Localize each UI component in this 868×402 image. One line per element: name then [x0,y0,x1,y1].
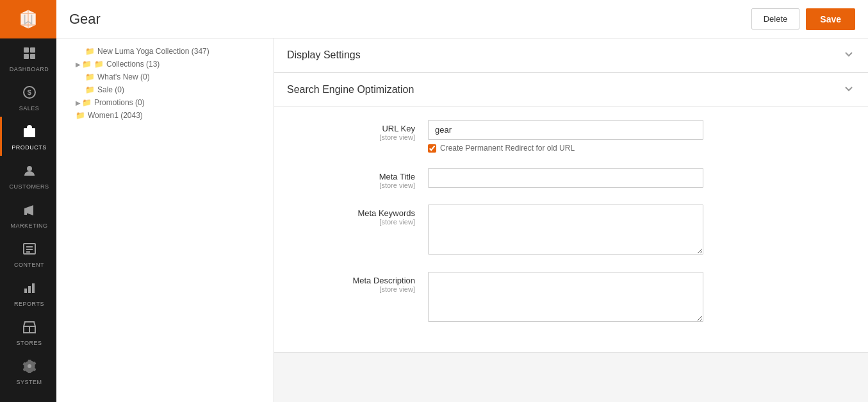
sidebar: DASHBOARD $ SALES PRODUCTS CUSTOMERS MAR… [0,0,56,402]
sidebar-item-label: CONTENT [14,262,44,268]
sidebar-item-content[interactable]: CONTENT [0,234,56,273]
expand-icon: ▶ [76,61,81,68]
main-area: Gear Delete Save 📁 New Luma Yoga Collect… [56,0,868,402]
magento-logo[interactable] [0,0,56,38]
url-key-row: URL Key [store view] Create Permanent Re… [287,120,855,153]
content-icon [22,242,37,259]
meta-keywords-label-group: Meta Keywords [store view] [287,205,428,226]
folder-icon: 📁 [82,60,92,69]
tree-item-label: Women1 (2043) [88,111,143,120]
svg-rect-15 [32,283,35,293]
url-key-label: URL Key [287,124,415,133]
tree-item[interactable]: 📁 New Luma Yoga Collection (347) [56,45,274,58]
svg-rect-2 [24,54,29,59]
top-header: Gear Delete Save [56,0,868,38]
sidebar-item-system[interactable]: SYSTEM [0,351,56,390]
category-tree-panel: 📁 New Luma Yoga Collection (347) ▶ 📁 📁 C… [56,38,274,402]
svg-rect-3 [30,54,35,59]
svg-rect-13 [24,289,27,293]
folder-icon2: 📁 [94,60,104,69]
display-settings-header[interactable]: Display Settings [274,38,868,72]
sidebar-item-label: SYSTEM [16,379,42,385]
display-settings-section: Display Settings [274,38,868,73]
meta-description-label: Meta Description [287,276,415,285]
svg-rect-0 [24,47,29,53]
products-icon [22,124,37,142]
meta-description-textarea[interactable] [428,272,703,322]
url-key-control-group: Create Permanent Redirect for old URL [428,120,855,153]
system-icon [22,359,37,376]
tree-item[interactable]: 📁 Women1 (2043) [56,109,274,122]
url-key-input[interactable] [428,120,703,140]
svg-rect-8 [24,212,27,215]
svg-text:$: $ [27,88,31,96]
meta-title-input[interactable] [428,168,703,188]
page-title: Gear [69,11,101,28]
sidebar-item-label: PRODUCTS [12,144,47,151]
svg-rect-1 [30,47,35,53]
redirect-checkbox-row: Create Permanent Redirect for old URL [428,144,855,153]
meta-description-control-group [428,272,855,324]
sidebar-item-label: REPORTS [14,301,44,307]
reports-icon [22,281,37,298]
folder-icon: 📁 [85,85,95,94]
seo-title: Search Engine Optimization [287,84,414,96]
redirect-checkbox-label: Create Permanent Redirect for old URL [440,144,575,153]
meta-title-label: Meta Title [287,172,415,181]
meta-title-label-group: Meta Title [store view] [287,168,428,189]
sidebar-item-label: STORES [17,340,42,346]
sidebar-item-sales[interactable]: $ SALES [0,78,56,117]
content-layout: 📁 New Luma Yoga Collection (347) ▶ 📁 📁 C… [56,38,868,402]
stores-icon [22,320,37,337]
url-key-label-group: URL Key [store view] [287,120,428,141]
meta-title-row: Meta Title [store view] [287,168,855,189]
tree-item-label: Sale (0) [97,85,124,94]
url-key-sub-label: [store view] [287,133,415,141]
sidebar-item-stores[interactable]: STORES [0,312,56,351]
seo-section: Search Engine Optimization URL Key [stor… [274,73,868,353]
header-actions: Delete Save [751,8,855,30]
meta-description-row: Meta Description [store view] [287,272,855,324]
sidebar-item-customers[interactable]: CUSTOMERS [0,156,56,195]
seo-chevron [842,82,855,97]
sidebar-item-products[interactable]: PRODUCTS [0,117,56,156]
svg-rect-6 [24,128,35,137]
tree-item-label: Collections (13) [106,60,160,69]
sidebar-item-reports[interactable]: REPORTS [0,273,56,312]
display-settings-title: Display Settings [287,49,361,61]
sidebar-item-marketing[interactable]: MARKETING [0,195,56,234]
svg-point-7 [27,166,32,171]
marketing-icon [22,203,37,220]
sidebar-item-label: SALES [19,105,40,112]
redirect-checkbox[interactable] [428,144,436,153]
dashboard-icon [22,46,37,63]
seo-section-body: URL Key [store view] Create Permanent Re… [274,107,868,352]
sidebar-item-label: MARKETING [10,222,47,229]
tree-item[interactable]: 📁 Sale (0) [56,83,274,96]
meta-keywords-control-group [428,205,855,256]
folder-icon: 📁 [85,47,95,56]
sales-icon: $ [22,85,37,103]
folder-icon: 📁 [82,98,92,107]
meta-title-sub-label: [store view] [287,181,415,189]
svg-rect-14 [28,286,31,293]
sidebar-item-dashboard[interactable]: DASHBOARD [0,38,56,78]
meta-keywords-label: Meta Keywords [287,208,415,218]
folder-icon: 📁 [85,72,95,81]
meta-keywords-row: Meta Keywords [store view] [287,205,855,256]
tree-item[interactable]: ▶ 📁 📁 Collections (13) [56,58,274,71]
meta-description-label-group: Meta Description [store view] [287,272,428,293]
tree-item[interactable]: 📁 What's New (0) [56,71,274,83]
sidebar-item-label: CUSTOMERS [10,183,49,190]
customers-icon [22,163,37,181]
tree-item-label: What's New (0) [97,72,150,81]
form-panel: Display Settings Search Engine Optimizat… [274,38,868,402]
meta-keywords-textarea[interactable] [428,205,703,255]
sidebar-item-label: DASHBOARD [10,66,49,72]
meta-description-sub-label: [store view] [287,285,415,293]
tree-item-label: New Luma Yoga Collection (347) [97,47,209,56]
delete-button[interactable]: Delete [751,8,800,29]
seo-header[interactable]: Search Engine Optimization [274,73,868,107]
save-button[interactable]: Save [806,8,855,30]
tree-item[interactable]: ▶ 📁 Promotions (0) [56,96,274,109]
